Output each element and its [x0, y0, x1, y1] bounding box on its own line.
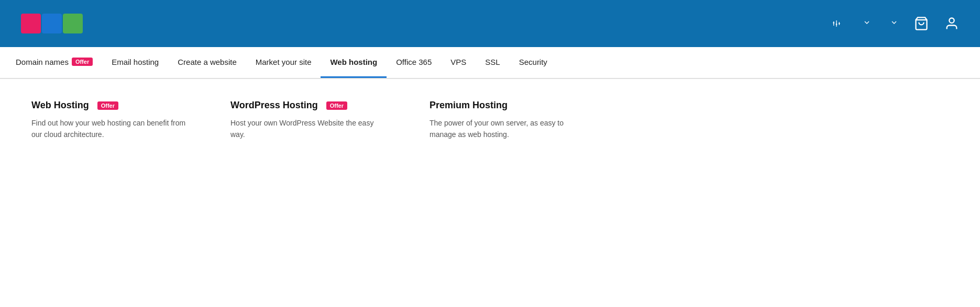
nav-label-email-hosting: Email hosting: [112, 58, 159, 66]
dropdown-title-premium-hosting: Premium Hosting: [430, 100, 587, 111]
dropdown-desc-web-hosting: Find out how your web hosting can benefi…: [31, 117, 189, 141]
logo-box-2: [42, 14, 62, 33]
dropdown-col-premium-hosting[interactable]: Premium HostingThe power of your own ser…: [430, 100, 587, 141]
nav-item-ssl[interactable]: SSL: [476, 47, 509, 78]
dropdown-desc-wordpress-hosting: Host your own WordPress Website the easy…: [230, 117, 388, 141]
navbar: Domain namesOfferEmail hostingCreate a w…: [0, 47, 980, 78]
nav-item-office-365[interactable]: Office 365: [387, 47, 441, 78]
svg-point-3: [833, 22, 834, 24]
header-right: [832, 16, 959, 31]
nav-item-market-site[interactable]: Market your site: [246, 47, 321, 78]
nav-item-domain-names[interactable]: Domain namesOffer: [16, 47, 102, 78]
cart-button[interactable]: [914, 16, 929, 31]
nav-label-market-site: Market your site: [256, 58, 312, 66]
dropdown-title-text-wordpress-hosting: WordPress Hosting: [230, 100, 318, 111]
dropdown-title-wordpress-hosting: WordPress HostingOffer: [230, 100, 388, 111]
nav-label-web-hosting: Web hosting: [330, 58, 377, 66]
dropdown-panel: Web HostingOfferFind out how your web ho…: [0, 78, 980, 162]
contact-button[interactable]: [887, 18, 898, 29]
nav-item-vps[interactable]: VPS: [441, 47, 476, 78]
nav-label-create-website: Create a website: [178, 58, 237, 66]
nav-label-vps: VPS: [450, 58, 466, 66]
nav-label-ssl: SSL: [485, 58, 500, 66]
dropdown-col-web-hosting[interactable]: Web HostingOfferFind out how your web ho…: [31, 100, 189, 141]
nav-item-web-hosting[interactable]: Web hosting: [321, 47, 387, 78]
nav-item-email-hosting[interactable]: Email hosting: [102, 47, 168, 78]
offer-badge-domain-names: Offer: [72, 58, 93, 66]
dropdown-title-web-hosting: Web HostingOffer: [31, 100, 189, 111]
dropdown-col-wordpress-hosting[interactable]: WordPress HostingOfferHost your own Word…: [230, 100, 388, 141]
control-panel-icon: [832, 19, 841, 28]
dropdown-offer-badge-web-hosting: Offer: [97, 101, 118, 110]
logo[interactable]: [21, 14, 87, 33]
svg-point-4: [836, 24, 838, 25]
more-chevron-icon: [863, 18, 871, 29]
dropdown-offer-badge-wordpress-hosting: Offer: [326, 101, 347, 110]
dropdown-desc-premium-hosting: The power of your own server, as easy to…: [430, 117, 587, 141]
nav-label-domain-names: Domain names: [16, 58, 69, 66]
logo-box-1: [21, 14, 41, 33]
nav-item-create-website[interactable]: Create a website: [168, 47, 246, 78]
nav-label-security: Security: [519, 58, 547, 66]
user-button[interactable]: [944, 16, 959, 31]
dropdown-title-text-premium-hosting: Premium Hosting: [430, 100, 508, 111]
contact-chevron-icon: [890, 18, 898, 29]
dropdown-title-text-web-hosting: Web Hosting: [31, 100, 89, 111]
nav-item-security[interactable]: Security: [510, 47, 557, 78]
logo-box-3: [63, 14, 83, 33]
more-button[interactable]: [860, 18, 871, 29]
header: [0, 0, 980, 47]
nav-label-office-365: Office 365: [396, 58, 432, 66]
control-panel-button[interactable]: [832, 19, 844, 28]
svg-point-7: [949, 18, 954, 23]
svg-point-5: [839, 23, 840, 25]
